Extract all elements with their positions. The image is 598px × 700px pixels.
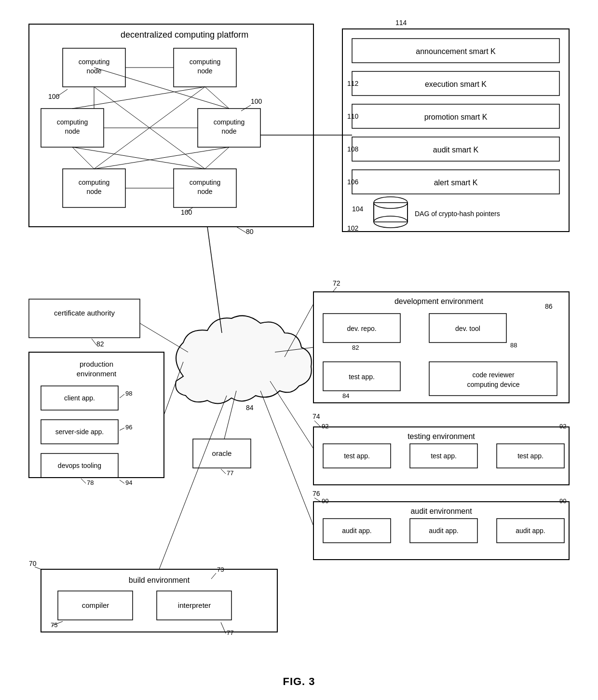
dag-body xyxy=(374,203,408,222)
test-app-1-label: test app. xyxy=(344,452,370,460)
ref-90-left: 90 xyxy=(322,497,328,505)
ref-84: 84 xyxy=(246,404,254,412)
test-app-3-label: test app. xyxy=(517,452,544,460)
cloud-shape: 84 xyxy=(176,316,312,412)
execution-label: execution smart K xyxy=(425,80,487,88)
svg-line-8 xyxy=(120,394,124,398)
server-side-label: server-side app. xyxy=(55,428,104,436)
ref-98: 98 xyxy=(125,390,132,397)
dev-tool-label: dev. tool xyxy=(455,325,480,332)
interpreter-label: interpreter xyxy=(178,601,211,609)
ref-84-dev: 84 xyxy=(342,392,349,399)
audit-app-3-label: audit app. xyxy=(516,527,545,535)
diagram-svg: decentralized computing platform computi… xyxy=(14,14,584,671)
ref-96: 96 xyxy=(125,424,132,431)
audit-env-label: audit environment xyxy=(410,507,472,515)
cloud-to-cert xyxy=(140,323,188,352)
figure-label: FIG. 3 xyxy=(14,675,584,688)
prod-env-label2: environment xyxy=(77,370,117,378)
test-app-dev-label: test app. xyxy=(349,373,375,381)
alert-label: alert smart K xyxy=(434,178,478,187)
mesh-2-3 xyxy=(72,87,205,109)
ref-94: 94 xyxy=(125,479,132,486)
platform-label: decentralized computing platform xyxy=(121,30,248,40)
ref-72: 72 xyxy=(333,279,340,287)
svg-line-12 xyxy=(221,469,226,474)
dev-repo-label: dev. repo. xyxy=(347,325,376,332)
ref-110: 110 xyxy=(347,112,359,120)
ref-76: 76 xyxy=(313,490,320,497)
ref-70: 70 xyxy=(29,560,37,567)
node5-label1: computing xyxy=(79,178,110,186)
blockchain-box xyxy=(342,29,569,232)
audit-smart-label: audit smart K xyxy=(433,146,479,154)
devops-label: devops tooling xyxy=(58,462,101,469)
cloud-to-build xyxy=(159,396,227,569)
ref-77-build: 77 xyxy=(227,629,233,636)
ref-92-left: 92 xyxy=(322,423,328,430)
ref-73: 73 xyxy=(217,566,224,573)
code-reviewer-label2: computing device xyxy=(467,381,520,388)
svg-line-15 xyxy=(35,567,41,569)
mesh-2-4 xyxy=(205,87,229,109)
svg-line-1 xyxy=(241,105,251,111)
ref-108: 108 xyxy=(347,145,359,153)
audit-app-2-label: audit app. xyxy=(429,527,459,535)
cert-authority-label1: certificate authority xyxy=(54,309,115,317)
ref-92-right: 92 xyxy=(559,423,566,430)
ref-78: 78 xyxy=(87,479,94,486)
platform-to-cloud xyxy=(207,227,222,333)
ref-80: 80 xyxy=(246,228,254,235)
announcement-label: announcement smart K xyxy=(416,47,496,55)
svg-line-16 xyxy=(211,573,216,579)
ref-88: 88 xyxy=(510,342,517,349)
node4-label1: computing xyxy=(214,118,245,126)
dag-label: DAG of crypto-hash pointers xyxy=(415,210,500,218)
ref-100-1: 100 xyxy=(48,93,60,100)
ref-112: 112 xyxy=(347,80,359,87)
svg-line-7 xyxy=(333,287,337,292)
build-env-label: build environment xyxy=(129,576,190,584)
dev-env-label: development environment xyxy=(394,297,484,305)
ref-77-oracle: 77 xyxy=(227,469,233,477)
client-app-label: client app. xyxy=(64,394,95,402)
ref-106: 106 xyxy=(347,178,359,186)
ref-100-3: 100 xyxy=(181,208,192,216)
node6-label2: node xyxy=(197,188,212,195)
testing-env-label: testing environment xyxy=(408,432,475,440)
cert-authority-box xyxy=(29,299,140,338)
ref-100-2: 100 xyxy=(251,97,262,105)
prod-env-label1: production xyxy=(80,360,113,368)
svg-line-14 xyxy=(314,498,321,502)
node3-label1: computing xyxy=(57,118,88,126)
svg-line-3 xyxy=(236,227,246,233)
page-container: decentralized computing platform computi… xyxy=(0,0,598,700)
svg-line-11 xyxy=(120,480,124,483)
node6-label1: computing xyxy=(190,178,221,186)
compiler-label: compiler xyxy=(82,601,109,609)
ref-82-ca: 82 xyxy=(96,340,104,348)
mesh-3-6 xyxy=(72,147,205,169)
svg-line-13 xyxy=(314,421,321,427)
node5-label2: node xyxy=(86,188,101,195)
node3-label2: node xyxy=(65,127,80,135)
cloud-to-audit xyxy=(260,391,313,526)
ref-74: 74 xyxy=(313,412,320,420)
code-reviewer-label1: code reviewer xyxy=(472,371,514,379)
test-app-2-label: test app. xyxy=(431,452,457,460)
ref-102: 102 xyxy=(347,224,359,232)
svg-line-6 xyxy=(92,339,96,345)
node2-label1: computing xyxy=(190,58,221,66)
ref-104: 104 xyxy=(352,205,364,213)
oracle-label: oracle xyxy=(212,449,232,457)
ref-82-dev: 82 xyxy=(352,344,359,351)
audit-app-1-label: audit app. xyxy=(342,527,372,535)
node1-label1: computing xyxy=(79,58,110,66)
promotion-label: promotion smart K xyxy=(424,113,488,121)
svg-line-10 xyxy=(81,479,86,483)
ref-86: 86 xyxy=(545,302,553,310)
ref-90-right: 90 xyxy=(559,497,566,505)
node1-label2: node xyxy=(86,67,101,75)
svg-line-9 xyxy=(120,428,124,430)
node4-label2: node xyxy=(221,127,236,135)
